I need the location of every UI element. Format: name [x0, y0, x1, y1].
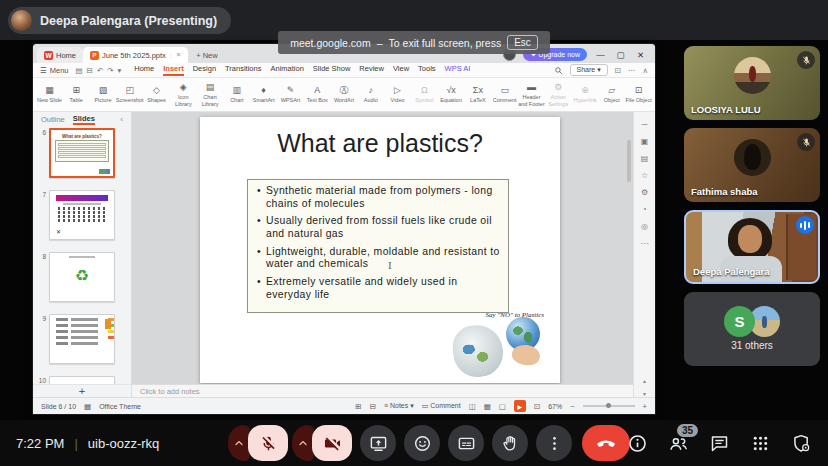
- wps-home-tab[interactable]: W Home: [37, 47, 83, 63]
- host-controls-button[interactable]: [791, 433, 812, 454]
- previous-slide-icon[interactable]: ▴: [643, 379, 646, 384]
- zoom-level[interactable]: 67%: [548, 403, 562, 410]
- captions-button[interactable]: [448, 425, 484, 461]
- fullscreen-icon[interactable]: ⊡: [534, 402, 540, 411]
- camera-off-button[interactable]: [312, 425, 352, 461]
- statusbar-tool-icon[interactable]: ⊞: [355, 402, 361, 411]
- menu-tab[interactable]: WPS AI: [445, 64, 471, 76]
- ribbon-button[interactable]: ▨ Picture: [90, 85, 117, 103]
- rail-tool-icon[interactable]: ◎: [641, 222, 648, 231]
- tab-outline[interactable]: Outline: [41, 115, 65, 124]
- mic-options-chevron[interactable]: [228, 425, 250, 461]
- ribbon-button[interactable]: ▬ Header and Footer: [518, 82, 545, 106]
- collapse-ribbon-icon[interactable]: ∧: [643, 66, 649, 75]
- leave-call-button[interactable]: [582, 425, 630, 461]
- menu-tab[interactable]: Tools: [418, 64, 436, 76]
- ribbon-button[interactable]: ⊕ Hyperlink: [572, 85, 599, 103]
- ribbon-button[interactable]: ▭ Comment: [491, 85, 518, 103]
- new-tab-button[interactable]: + New: [196, 51, 217, 63]
- mic-mute-button[interactable]: [248, 425, 288, 461]
- slide-thumbnail-7[interactable]: ✕: [49, 190, 115, 240]
- people-panel-button[interactable]: 35: [668, 433, 689, 454]
- quick-access-icon[interactable]: ⊟: [87, 66, 93, 75]
- rail-tool-icon[interactable]: ⋯: [641, 239, 649, 248]
- ribbon-button[interactable]: ♦ SmartArt: [250, 85, 277, 103]
- slide-text-box[interactable]: Synthetic material made from polymers - …: [247, 179, 509, 313]
- minimize-button[interactable]: —: [594, 50, 607, 60]
- zoom-out-icon[interactable]: −: [570, 402, 574, 411]
- ribbon-button[interactable]: ▷ Video: [384, 85, 411, 103]
- quick-access-icon[interactable]: ▤: [76, 66, 83, 75]
- slide-thumbnail-6-current[interactable]: What are plastics?: [49, 128, 115, 178]
- ribbon-button[interactable]: Σx LaTeX: [465, 85, 492, 103]
- task-pane-icon[interactable]: ⊡: [615, 66, 621, 75]
- participant-tile-deepa-palengara-active[interactable]: Deepa Palengara: [684, 210, 820, 284]
- quick-access-icon[interactable]: ▾: [117, 66, 121, 75]
- ribbon-button[interactable]: ▥ Chart: [223, 85, 250, 103]
- tab-slides[interactable]: Slides: [73, 114, 95, 125]
- menu-tab[interactable]: Insert: [163, 64, 183, 76]
- ribbon-button[interactable]: ✎ WPSArt: [277, 85, 304, 103]
- ribbon-button[interactable]: Ω Symbol: [411, 85, 438, 103]
- next-slide-icon[interactable]: ▾: [643, 392, 646, 397]
- view-reading-icon[interactable]: ▢: [499, 402, 506, 411]
- rail-tool-icon[interactable]: ─: [642, 120, 648, 129]
- slide-title[interactable]: What are plastics?: [200, 129, 560, 158]
- meeting-details-button[interactable]: [627, 433, 648, 454]
- ribbon-button[interactable]: A Text Box: [304, 85, 331, 103]
- ribbon-button[interactable]: √x Equation: [438, 85, 465, 103]
- menu-tab[interactable]: Review: [359, 64, 384, 76]
- ribbon-button[interactable]: ◇ Shapes: [143, 85, 170, 103]
- chat-panel-button[interactable]: [709, 433, 730, 454]
- menu-button[interactable]: ☰ Menu: [40, 66, 69, 75]
- rail-tool-icon[interactable]: ▣: [641, 137, 649, 146]
- menu-tab[interactable]: Animation: [270, 64, 303, 76]
- more-tools-icon[interactable]: ⋯: [628, 66, 636, 75]
- menu-tab[interactable]: View: [393, 64, 409, 76]
- slide-thumbnail-10[interactable]: [49, 376, 115, 384]
- camera-options-chevron[interactable]: [292, 425, 314, 461]
- activities-button[interactable]: [750, 433, 771, 454]
- ribbon-button[interactable]: ⊡ File Object: [625, 85, 652, 103]
- add-slide-button[interactable]: +: [33, 384, 131, 397]
- canvas-scrollbar[interactable]: [627, 140, 631, 182]
- quick-access-icon[interactable]: ↷: [107, 66, 113, 75]
- participant-tile-fathima-shaba[interactable]: Fathima shaba: [684, 128, 820, 202]
- quick-access-icon[interactable]: ↶: [97, 66, 103, 75]
- ribbon-button[interactable]: Ⓐ WordArt: [331, 85, 358, 103]
- slide-canvas[interactable]: What are plastics? Synthetic material ma…: [200, 117, 560, 383]
- theme-label[interactable]: Office Theme: [99, 403, 141, 410]
- menu-tab[interactable]: Slide Show: [313, 64, 351, 76]
- rail-tool-icon[interactable]: ⚙: [641, 188, 648, 197]
- present-screen-button[interactable]: [360, 425, 396, 461]
- ribbon-button[interactable]: ▱ Object: [598, 85, 625, 103]
- rail-tool-icon[interactable]: ☆: [641, 171, 648, 180]
- slide-thumbnail-9[interactable]: [49, 314, 115, 364]
- more-participants-tile[interactable]: S 31 others: [684, 292, 820, 366]
- share-button[interactable]: Share ▾: [570, 64, 608, 76]
- ribbon-button[interactable]: ▦ New Slide: [36, 85, 63, 103]
- ribbon-button[interactable]: ◈ Icon Library: [170, 82, 197, 106]
- menu-tab[interactable]: Transitions: [225, 64, 261, 76]
- collapse-panel-icon[interactable]: ‹: [120, 115, 123, 124]
- ribbon-button[interactable]: ◰ Screenshot: [116, 85, 143, 103]
- rail-tool-icon[interactable]: ◔: [642, 205, 647, 214]
- view-sorter-icon[interactable]: ▦: [484, 402, 491, 411]
- notes-placeholder[interactable]: Click to add notes: [132, 384, 633, 397]
- tab-close-icon[interactable]: ✕: [176, 51, 181, 59]
- zoom-in-icon[interactable]: +: [643, 402, 647, 411]
- comment-button[interactable]: ▭ Comment: [422, 402, 461, 410]
- tab-sync-icon[interactable]: ◌: [169, 52, 173, 59]
- ribbon-button[interactable]: ⚙ Action Settings: [545, 82, 572, 106]
- slide-thumbnail-8[interactable]: ♻: [49, 252, 115, 302]
- raise-hand-button[interactable]: [492, 425, 528, 461]
- zoom-slider[interactable]: [583, 405, 635, 407]
- ribbon-button[interactable]: ♪ Audio: [357, 85, 384, 103]
- ribbon-button[interactable]: ⊞ Table: [63, 85, 90, 103]
- rail-tool-icon[interactable]: ▤: [641, 154, 649, 163]
- menu-tab[interactable]: Home: [134, 64, 154, 76]
- view-normal-icon[interactable]: ◫: [469, 402, 476, 411]
- notes-toggle[interactable]: ≡ Notes ▾: [384, 402, 414, 410]
- close-button[interactable]: ✕: [634, 50, 647, 60]
- menu-tab[interactable]: Design: [193, 64, 216, 76]
